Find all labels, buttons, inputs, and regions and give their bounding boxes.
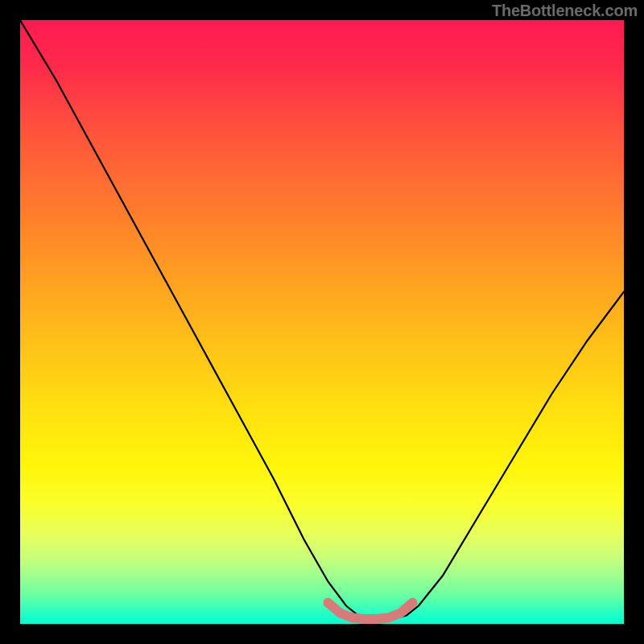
plot-area [20,20,624,624]
chart-frame: TheBottleneck.com [0,0,644,644]
bottom-marker [328,603,413,619]
curve-svg [20,20,624,624]
watermark-text: TheBottleneck.com [492,2,638,20]
bottleneck-curve [20,20,624,619]
